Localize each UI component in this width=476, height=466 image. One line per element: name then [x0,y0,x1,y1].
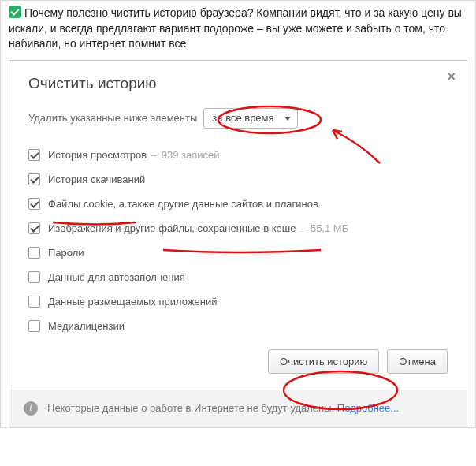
check-badge-icon [9,6,21,18]
clear-history-button[interactable]: Очистить историю [268,349,379,374]
clear-history-dialog: × Очистить историю Удалить указанные ниж… [9,60,467,427]
learn-more-link[interactable]: Подробнее... [337,402,399,414]
option-label: Медиалицензии [48,320,125,332]
option-label: История скачиваний [48,173,145,185]
close-icon[interactable]: × [447,69,456,85]
chevron-down-icon [284,117,291,121]
dialog-body: × Очистить историю Удалить указанные ниж… [9,61,467,390]
checkbox-icon[interactable] [28,296,40,308]
cancel-button[interactable]: Отмена [387,349,448,374]
option-sub: 939 записей [162,149,220,161]
checkbox-icon[interactable] [28,320,40,332]
checkbox-icon[interactable] [28,247,40,259]
header-text: Почему полезно чистить историю браузера?… [9,6,462,50]
info-text: Некоторые данные о работе в Интернете не… [47,402,334,414]
time-range-row: Удалить указанные ниже элементы за все в… [28,108,448,129]
option-label: Изображения и другие файлы, сохраненные … [48,222,296,234]
option-sub: 55,1 МБ [311,222,348,234]
option-hosted-apps[interactable]: Данные размещаемых приложений [28,289,448,314]
option-media-licenses[interactable]: Медиалицензии [28,314,448,338]
option-passwords[interactable]: Пароли [28,240,448,265]
button-row: Очистить историю Отмена [28,338,448,378]
option-autofill[interactable]: Данные для автозаполнения [28,265,448,289]
info-icon: i [24,401,38,416]
info-bar: i Некоторые данные о работе в Интернете … [9,390,467,427]
option-label: Данные размещаемых приложений [48,296,218,308]
checkbox-icon[interactable] [28,149,40,161]
header-caption: Почему полезно чистить историю браузера?… [1,1,475,57]
time-range-value: за все время [212,112,273,124]
option-download-history[interactable]: История скачиваний [28,167,448,192]
checkbox-icon[interactable] [28,222,40,234]
option-cookies[interactable]: Файлы cookie, а также другие данные сайт… [28,192,448,216]
dialog-title: Очистить историю [28,75,448,92]
time-range-select[interactable]: за все время [203,108,298,129]
page-container: Почему полезно чистить историю браузера?… [0,0,476,428]
checkbox-icon[interactable] [28,271,40,283]
info-text-wrap: Некоторые данные о работе в Интернете не… [47,402,399,414]
option-label: История просмотров [48,149,147,161]
option-browsing-history[interactable]: История просмотров – 939 записей [28,143,448,167]
checkbox-icon[interactable] [28,173,40,185]
option-cache[interactable]: Изображения и другие файлы, сохраненные … [28,216,448,240]
options-list: История просмотров – 939 записей История… [28,143,448,338]
checkbox-icon[interactable] [28,198,40,210]
option-label: Пароли [48,247,84,259]
time-range-label: Удалить указанные ниже элементы [28,112,197,124]
option-label: Файлы cookie, а также другие данные сайт… [48,198,318,210]
option-label: Данные для автозаполнения [48,271,185,283]
